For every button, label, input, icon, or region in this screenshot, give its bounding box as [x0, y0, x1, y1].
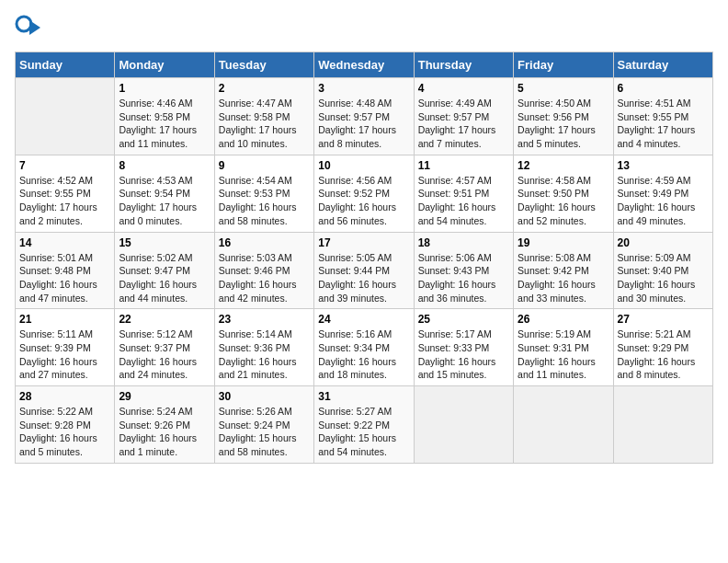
day-info: Sunrise: 5:21 AM Sunset: 9:29 PM Dayligh… [618, 327, 709, 382]
day-number: 10 [318, 159, 409, 172]
day-number: 4 [418, 82, 509, 95]
day-number: 18 [418, 236, 509, 249]
calendar-cell: 29Sunrise: 5:24 AM Sunset: 9:26 PM Dayli… [115, 386, 214, 464]
day-number: 14 [19, 236, 110, 249]
day-info: Sunrise: 4:51 AM Sunset: 9:55 PM Dayligh… [618, 97, 709, 151]
header-row: SundayMondayTuesdayWednesdayThursdayFrid… [16, 52, 713, 78]
calendar-cell: 18Sunrise: 5:06 AM Sunset: 9:43 PM Dayli… [414, 232, 513, 309]
day-number: 26 [518, 313, 609, 326]
day-number: 27 [618, 313, 709, 326]
logo-icon [15, 15, 40, 40]
day-number: 5 [518, 82, 609, 95]
calendar-cell: 8Sunrise: 4:53 AM Sunset: 9:54 PM Daylig… [115, 155, 214, 232]
calendar-cell: 1Sunrise: 4:46 AM Sunset: 9:58 PM Daylig… [115, 78, 214, 155]
calendar-cell: 5Sunrise: 4:50 AM Sunset: 9:56 PM Daylig… [514, 78, 613, 155]
calendar-cell: 31Sunrise: 5:27 AM Sunset: 9:22 PM Dayli… [314, 386, 414, 464]
day-number: 3 [318, 82, 409, 95]
day-info: Sunrise: 4:47 AM Sunset: 9:58 PM Dayligh… [219, 97, 310, 151]
calendar-cell: 25Sunrise: 5:17 AM Sunset: 9:33 PM Dayli… [414, 309, 513, 386]
day-number: 6 [618, 82, 709, 95]
calendar-cell: 21Sunrise: 5:11 AM Sunset: 9:39 PM Dayli… [16, 309, 115, 386]
day-number: 20 [618, 236, 709, 249]
calendar-cell: 28Sunrise: 5:22 AM Sunset: 9:28 PM Dayli… [16, 386, 115, 464]
day-info: Sunrise: 5:05 AM Sunset: 9:44 PM Dayligh… [318, 251, 409, 305]
day-info: Sunrise: 5:11 AM Sunset: 9:39 PM Dayligh… [19, 327, 110, 382]
calendar-cell: 19Sunrise: 5:08 AM Sunset: 9:42 PM Dayli… [514, 232, 613, 309]
day-number: 22 [119, 313, 210, 326]
calendar-cell: 10Sunrise: 4:56 AM Sunset: 9:52 PM Dayli… [314, 155, 414, 232]
day-info: Sunrise: 5:19 AM Sunset: 9:31 PM Dayligh… [518, 327, 609, 382]
day-info: Sunrise: 4:53 AM Sunset: 9:54 PM Dayligh… [119, 174, 210, 228]
day-info: Sunrise: 5:03 AM Sunset: 9:46 PM Dayligh… [219, 251, 310, 305]
calendar-week-row: 28Sunrise: 5:22 AM Sunset: 9:28 PM Dayli… [16, 386, 713, 464]
day-info: Sunrise: 4:58 AM Sunset: 9:50 PM Dayligh… [518, 174, 609, 228]
page-header [15, 15, 713, 40]
header-day: Thursday [414, 52, 513, 78]
calendar-table: SundayMondayTuesdayWednesdayThursdayFrid… [15, 52, 713, 464]
day-info: Sunrise: 4:57 AM Sunset: 9:51 PM Dayligh… [418, 174, 509, 228]
day-info: Sunrise: 4:50 AM Sunset: 9:56 PM Dayligh… [518, 97, 609, 151]
calendar-cell: 4Sunrise: 4:49 AM Sunset: 9:57 PM Daylig… [414, 78, 513, 155]
day-number: 15 [119, 236, 210, 249]
day-info: Sunrise: 4:46 AM Sunset: 9:58 PM Dayligh… [119, 97, 210, 151]
calendar-week-row: 1Sunrise: 4:46 AM Sunset: 9:58 PM Daylig… [16, 78, 713, 155]
day-info: Sunrise: 4:54 AM Sunset: 9:53 PM Dayligh… [219, 174, 310, 228]
calendar-cell: 3Sunrise: 4:48 AM Sunset: 9:57 PM Daylig… [314, 78, 414, 155]
calendar-week-row: 21Sunrise: 5:11 AM Sunset: 9:39 PM Dayli… [16, 309, 713, 386]
calendar-cell: 2Sunrise: 4:47 AM Sunset: 9:58 PM Daylig… [214, 78, 313, 155]
header-day: Monday [115, 52, 214, 78]
day-info: Sunrise: 5:06 AM Sunset: 9:43 PM Dayligh… [418, 251, 509, 305]
day-number: 11 [418, 159, 509, 172]
day-number: 2 [219, 82, 310, 95]
calendar-cell: 16Sunrise: 5:03 AM Sunset: 9:46 PM Dayli… [214, 232, 313, 309]
day-number: 7 [19, 159, 110, 172]
day-number: 19 [518, 236, 609, 249]
day-info: Sunrise: 5:01 AM Sunset: 9:48 PM Dayligh… [19, 251, 110, 305]
calendar-cell [414, 386, 513, 464]
day-info: Sunrise: 4:49 AM Sunset: 9:57 PM Dayligh… [418, 97, 509, 151]
calendar-week-row: 14Sunrise: 5:01 AM Sunset: 9:48 PM Dayli… [16, 232, 713, 309]
day-number: 8 [119, 159, 210, 172]
calendar-cell: 14Sunrise: 5:01 AM Sunset: 9:48 PM Dayli… [16, 232, 115, 309]
calendar-cell: 6Sunrise: 4:51 AM Sunset: 9:55 PM Daylig… [613, 78, 712, 155]
logo [15, 15, 44, 40]
calendar-cell [16, 78, 115, 155]
day-number: 12 [518, 159, 609, 172]
day-number: 13 [618, 159, 709, 172]
day-number: 16 [219, 236, 310, 249]
day-info: Sunrise: 5:09 AM Sunset: 9:40 PM Dayligh… [618, 251, 709, 305]
day-info: Sunrise: 4:48 AM Sunset: 9:57 PM Dayligh… [318, 97, 409, 151]
header-day: Wednesday [314, 52, 414, 78]
day-info: Sunrise: 5:17 AM Sunset: 9:33 PM Dayligh… [418, 327, 509, 382]
day-info: Sunrise: 5:24 AM Sunset: 9:26 PM Dayligh… [119, 405, 210, 459]
calendar-cell: 30Sunrise: 5:26 AM Sunset: 9:24 PM Dayli… [214, 386, 313, 464]
header-day: Sunday [16, 52, 115, 78]
calendar-cell: 22Sunrise: 5:12 AM Sunset: 9:37 PM Dayli… [115, 309, 214, 386]
day-number: 29 [119, 390, 210, 403]
calendar-cell: 9Sunrise: 4:54 AM Sunset: 9:53 PM Daylig… [214, 155, 313, 232]
calendar-cell: 11Sunrise: 4:57 AM Sunset: 9:51 PM Dayli… [414, 155, 513, 232]
calendar-cell: 26Sunrise: 5:19 AM Sunset: 9:31 PM Dayli… [514, 309, 613, 386]
day-number: 31 [318, 390, 409, 403]
day-number: 23 [219, 313, 310, 326]
day-number: 21 [19, 313, 110, 326]
day-info: Sunrise: 5:22 AM Sunset: 9:28 PM Dayligh… [19, 405, 110, 459]
calendar-body: 1Sunrise: 4:46 AM Sunset: 9:58 PM Daylig… [16, 78, 713, 464]
calendar-cell: 23Sunrise: 5:14 AM Sunset: 9:36 PM Dayli… [214, 309, 313, 386]
calendar-cell: 17Sunrise: 5:05 AM Sunset: 9:44 PM Dayli… [314, 232, 414, 309]
day-info: Sunrise: 5:26 AM Sunset: 9:24 PM Dayligh… [219, 405, 310, 459]
day-info: Sunrise: 4:56 AM Sunset: 9:52 PM Dayligh… [318, 174, 409, 228]
day-number: 28 [19, 390, 110, 403]
day-number: 30 [219, 390, 310, 403]
day-number: 25 [418, 313, 509, 326]
day-info: Sunrise: 5:12 AM Sunset: 9:37 PM Dayligh… [119, 327, 210, 382]
day-info: Sunrise: 5:14 AM Sunset: 9:36 PM Dayligh… [219, 327, 310, 382]
day-number: 1 [119, 82, 210, 95]
calendar-cell: 20Sunrise: 5:09 AM Sunset: 9:40 PM Dayli… [613, 232, 712, 309]
day-info: Sunrise: 5:08 AM Sunset: 9:42 PM Dayligh… [518, 251, 609, 305]
calendar-cell: 13Sunrise: 4:59 AM Sunset: 9:49 PM Dayli… [613, 155, 712, 232]
calendar-cell: 24Sunrise: 5:16 AM Sunset: 9:34 PM Dayli… [314, 309, 414, 386]
day-number: 24 [318, 313, 409, 326]
calendar-cell: 27Sunrise: 5:21 AM Sunset: 9:29 PM Dayli… [613, 309, 712, 386]
calendar-header: SundayMondayTuesdayWednesdayThursdayFrid… [16, 52, 713, 78]
